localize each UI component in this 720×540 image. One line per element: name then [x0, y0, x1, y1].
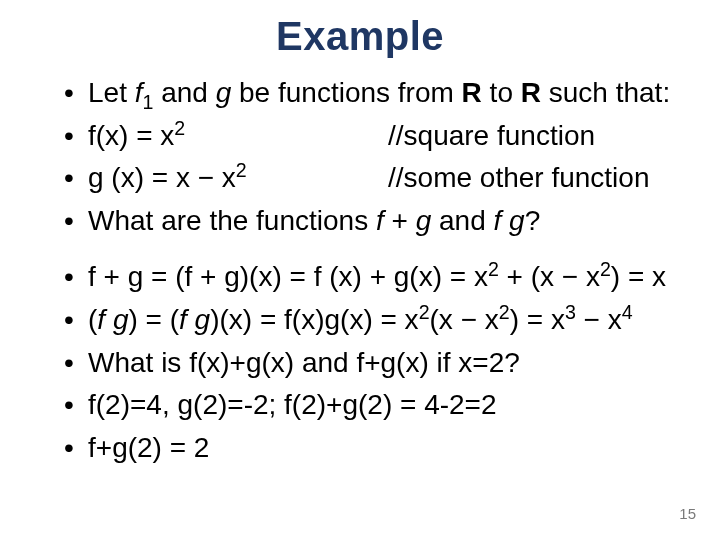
bullet-3: g (x) = x − x2//some other function — [60, 158, 680, 199]
superscript-4: 4 — [622, 301, 633, 323]
superscript-2: 2 — [174, 116, 185, 138]
text: and — [153, 77, 215, 108]
var-fg: f g — [494, 205, 525, 236]
set-R: R — [462, 77, 482, 108]
bullet-7: What is f(x)+g(x) and f+g(x) if x=2? — [60, 343, 680, 384]
var-fg: f g — [97, 304, 128, 335]
eq-left: g (x) = x − x — [88, 162, 236, 193]
text: ) = x — [611, 261, 666, 292]
text: f + g = (f + g)(x) = f (x) + g(x) = x — [88, 261, 488, 292]
bullet-group-2: f + g = (f + g)(x) = f (x) + g(x) = x2 +… — [60, 257, 680, 468]
bullet-4: What are the functions f + g and f g? — [60, 201, 680, 242]
text: such that: — [541, 77, 670, 108]
text: What are the functions — [88, 205, 376, 236]
var-f: f — [376, 205, 392, 236]
bullet-9: f+g(2) = 2 — [60, 428, 680, 469]
text: (x − x — [430, 304, 499, 335]
set-R: R — [521, 77, 541, 108]
subscript-1: 1 — [142, 91, 153, 113]
comment: //some other function — [388, 162, 649, 193]
text: + (x − x — [499, 261, 600, 292]
text: ( — [88, 304, 97, 335]
text: to — [482, 77, 521, 108]
plus: + — [392, 205, 416, 236]
text: ) = x — [510, 304, 565, 335]
text: ) = ( — [128, 304, 179, 335]
superscript-2: 2 — [499, 301, 510, 323]
page-number: 15 — [679, 505, 696, 522]
bullet-1: Let f1 and g be functions from R to R su… — [60, 73, 680, 114]
qmark: ? — [525, 205, 541, 236]
slide-content: Let f1 and g be functions from R to R su… — [0, 73, 720, 468]
superscript-2: 2 — [236, 159, 247, 181]
text: − x — [576, 304, 622, 335]
superscript-3: 3 — [565, 301, 576, 323]
var-g: g — [216, 77, 232, 108]
comment: //square function — [388, 120, 595, 151]
text: Let — [88, 77, 135, 108]
superscript-2: 2 — [419, 301, 430, 323]
bullet-8: f(2)=4, g(2)=-2; f(2)+g(2) = 4-2=2 — [60, 385, 680, 426]
text: )(x) = f(x)g(x) = x — [210, 304, 418, 335]
var-fg: f g — [179, 304, 210, 335]
bullet-5: f + g = (f + g)(x) = f (x) + g(x) = x2 +… — [60, 257, 680, 298]
bullet-6: (f g) = (f g)(x) = f(x)g(x) = x2(x − x2)… — [60, 300, 680, 341]
superscript-2: 2 — [600, 258, 611, 280]
text: and — [431, 205, 493, 236]
bullet-2: f(x) = x2//square function — [60, 116, 680, 157]
bullet-group-1: Let f1 and g be functions from R to R su… — [60, 73, 680, 241]
superscript-2: 2 — [488, 258, 499, 280]
eq-left: f(x) = x — [88, 120, 174, 151]
text: be functions from — [231, 77, 461, 108]
var-g: g — [416, 205, 432, 236]
slide-title: Example — [0, 0, 720, 67]
